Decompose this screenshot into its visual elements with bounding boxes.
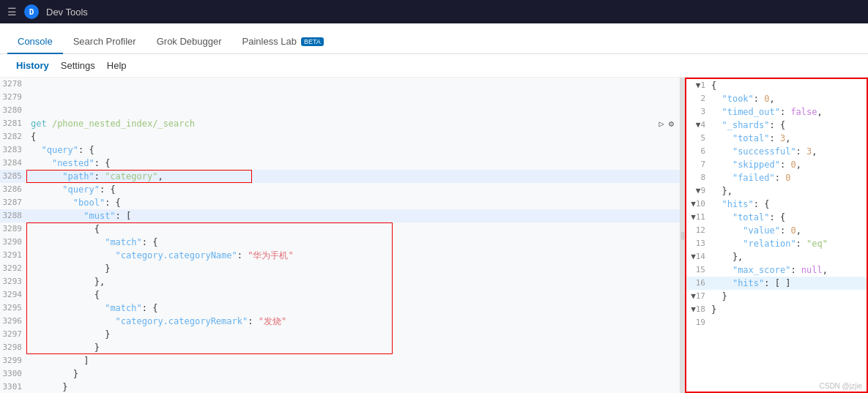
line-content: },: [28, 275, 680, 288]
line-number: 3291: [0, 249, 28, 262]
editor-line: 3301 }: [0, 381, 680, 393]
line-content: "category.categoryRemark": "发烧": [28, 315, 680, 328]
response-line-number: ▼1: [686, 79, 710, 92]
response-line-content: "max_score": null,: [710, 263, 867, 277]
response-line-content: "total": {: [710, 211, 867, 224]
editor-line: 3287 "bool": {: [0, 196, 680, 209]
editor-line: 3294 {: [0, 288, 680, 302]
editor-line: 3298 }: [0, 341, 680, 354]
code-editor[interactable]: 3278327932803281get /phone_nested_index/…: [0, 78, 680, 393]
subnav-help[interactable]: Help: [101, 57, 133, 74]
sub-nav: History Settings Help: [0, 54, 868, 78]
response-line-number: ▼9: [686, 184, 710, 198]
line-number: 3296: [0, 315, 28, 328]
line-content: "category.categoryName": "华为手机": [28, 249, 680, 262]
tab-search-profiler[interactable]: Search Profiler: [63, 30, 146, 54]
response-line-number: 5: [686, 132, 710, 145]
copy-icon[interactable]: ⚙: [669, 117, 674, 130]
line-number: 3282: [0, 130, 28, 143]
response-line: 13 "relation": "eq": [686, 237, 867, 250]
editor-line: 3291 "category.categoryName": "华为手机": [0, 249, 680, 262]
editor-line: 3292 }: [0, 262, 680, 275]
line-content: }: [28, 262, 680, 275]
line-content: }: [28, 381, 680, 393]
response-line-number: 19: [686, 316, 710, 329]
line-number: 3293: [0, 275, 28, 288]
response-line-number: 15: [686, 263, 710, 277]
line-content: {: [28, 130, 680, 143]
response-line: 6 "successful": 3,: [686, 145, 867, 158]
editor-line: 3288 "must": [: [0, 209, 680, 222]
response-line: ▼4 "_shards": {: [686, 119, 867, 132]
avatar: D: [24, 4, 39, 19]
response-line-number: ▼18: [686, 303, 710, 316]
line-number: 3279: [0, 91, 28, 104]
line-number: 3298: [0, 341, 28, 354]
line-number: 3286: [0, 183, 28, 196]
tab-grok-debugger[interactable]: Grok Debugger: [146, 30, 232, 54]
line-content: "match": {: [28, 236, 680, 249]
line-number: 3295: [0, 302, 28, 315]
response-line-content: "timed_out": false,: [710, 105, 867, 119]
line-content: "query": {: [28, 183, 680, 196]
watermark: CSDN @jzjie: [820, 382, 863, 390]
response-line-number: ▼14: [686, 250, 710, 263]
tab-console[interactable]: Console: [7, 30, 63, 54]
response-line: 19: [686, 316, 867, 329]
editor-line: 3290 "match": {: [0, 236, 680, 249]
nav-tabs: Console Search Profiler Grok Debugger Pa…: [0, 23, 868, 54]
main-content: 3278327932803281get /phone_nested_index/…: [0, 78, 868, 393]
editor-line: 3278: [0, 78, 680, 91]
editor-line: 3282{: [0, 130, 680, 143]
editor-line: 3286 "query": {: [0, 183, 680, 196]
response-line-content: "_shards": {: [710, 119, 867, 132]
editor-line: 3297 }: [0, 328, 680, 341]
response-line-content: "total": 3,: [710, 132, 867, 145]
line-number: 3280: [0, 104, 28, 117]
line-content: "nested": {: [28, 157, 680, 170]
response-line-number: 6: [686, 145, 710, 158]
response-line: ▼14 },: [686, 250, 867, 263]
response-line: 3 "timed_out": false,: [686, 105, 867, 119]
response-lines-container: ▼1{2 "took": 0,3 "timed_out": false,▼4 "…: [686, 79, 867, 329]
response-line: 15 "max_score": null,: [686, 263, 867, 277]
line-number: 3288: [0, 209, 28, 222]
response-panel: ▼1{2 "took": 0,3 "timed_out": false,▼4 "…: [685, 78, 868, 393]
response-line: ▼1{: [686, 79, 867, 92]
editor-line: 3284 "nested": {: [0, 157, 680, 170]
line-number: 3289: [0, 222, 28, 236]
line-number: 3278: [0, 78, 28, 91]
hamburger-icon[interactable]: ☰: [7, 6, 17, 18]
response-line-content: "failed": 0: [710, 171, 867, 184]
subnav-history[interactable]: History: [10, 57, 55, 74]
response-line: ▼17 }: [686, 290, 867, 303]
run-icon[interactable]: ▷: [659, 117, 664, 130]
line-number: 3300: [0, 367, 28, 381]
response-line-content: "hits": {: [710, 198, 867, 211]
response-line-number: 3: [686, 105, 710, 119]
line-content: "bool": {: [28, 196, 680, 209]
line-content: }: [28, 341, 680, 354]
response-line: 5 "total": 3,: [686, 132, 867, 145]
editor-line: 3296 "category.categoryRemark": "发烧": [0, 315, 680, 328]
line-number: 3294: [0, 288, 28, 302]
response-line-number: 8: [686, 171, 710, 184]
line-content: {: [28, 222, 680, 236]
editor-line: 3280: [0, 104, 680, 117]
tab-painless-lab[interactable]: Painless Lab BETA: [232, 30, 334, 54]
response-line: ▼9 },: [686, 184, 867, 198]
response-line-content: "hits": [ ]: [710, 277, 867, 290]
response-line-number: ▼11: [686, 211, 710, 224]
line-content: }: [28, 367, 680, 381]
response-line-content: {: [710, 79, 867, 92]
line-content: "path": "category",: [28, 170, 680, 183]
line-content: {: [28, 288, 680, 302]
line-number: 3287: [0, 196, 28, 209]
subnav-settings[interactable]: Settings: [55, 57, 101, 74]
editor-line: 3281get /phone_nested_index/_search▷⚙: [0, 117, 680, 130]
editor-line: 3283 "query": {: [0, 143, 680, 157]
editor-line: 3299 ]: [0, 354, 680, 367]
response-line-number: 16: [686, 277, 710, 290]
response-line-content: },: [710, 250, 867, 263]
editor-line: 3285 "path": "category",: [0, 170, 680, 183]
